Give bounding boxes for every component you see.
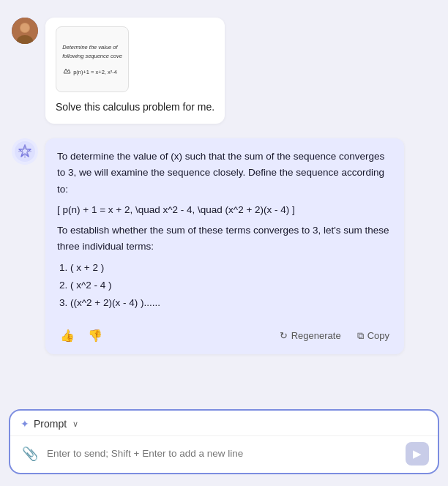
send-button[interactable]: ▶ bbox=[406, 442, 429, 466]
ai-avatar bbox=[12, 138, 38, 165]
regenerate-button[interactable]: ↻ Regenerate bbox=[277, 329, 344, 343]
prompt-input-row: 📎 ▶ bbox=[10, 436, 438, 473]
ai-bubble: To determine the value of (x) such that … bbox=[45, 138, 404, 354]
thumbup-icon: 👍 bbox=[60, 329, 75, 343]
image-math: p(n)+1 = x+2, x²-4 bbox=[73, 69, 117, 75]
ai-text: To determine the value of (x) such that … bbox=[57, 149, 392, 311]
copy-button[interactable]: ⧉ Copy bbox=[354, 329, 392, 343]
ai-paragraph2: To establish whether the sum of these te… bbox=[57, 223, 392, 255]
user-bubble: Determine the value of following sequenc… bbox=[45, 18, 225, 124]
svg-point-3 bbox=[20, 23, 29, 32]
attach-button[interactable]: 📎 bbox=[19, 443, 41, 465]
prompt-label: Prompt bbox=[34, 418, 67, 430]
user-avatar-img bbox=[12, 18, 38, 44]
ai-list-item-1: ( x + 2 ) bbox=[70, 260, 392, 276]
thumbdown-icon: 👎 bbox=[88, 329, 102, 343]
ai-action-buttons: ↻ Regenerate ⧉ Copy bbox=[277, 329, 392, 343]
ai-list-item-2: ( x^2 - 4 ) bbox=[70, 277, 392, 294]
copy-icon: ⧉ bbox=[357, 330, 364, 342]
svg-point-4 bbox=[15, 141, 35, 162]
avatar bbox=[12, 18, 38, 44]
thumbdown-button[interactable]: 👎 bbox=[85, 327, 105, 344]
user-message-row: Determine the value of following sequenc… bbox=[12, 18, 436, 124]
copy-label: Copy bbox=[367, 330, 389, 341]
chat-container: Determine the value of following sequenc… bbox=[0, 0, 448, 403]
regenerate-label: Regenerate bbox=[291, 330, 341, 341]
sparkle-icon: ✦ bbox=[20, 418, 29, 430]
ai-list-item-3: ((x^2 + 2)(x - 4) )...... bbox=[70, 295, 392, 311]
ai-formula: [ p(n) + 1 = x + 2, \quad x^2 - 4, \quad… bbox=[57, 202, 392, 218]
user-text: Solve this calculus problem for me. bbox=[56, 100, 214, 115]
image-preview: Determine the value of following sequenc… bbox=[56, 26, 129, 92]
prompt-input[interactable] bbox=[47, 447, 400, 461]
prompt-area: ✦ Prompt ∨ 📎 ▶ bbox=[9, 409, 439, 474]
ai-message-row: To determine the value of (x) such that … bbox=[12, 138, 436, 354]
ai-feedback: 👍 👎 bbox=[57, 327, 105, 344]
ai-paragraph1: To determine the value of (x) such that … bbox=[57, 149, 392, 198]
prompt-header: ✦ Prompt ∨ bbox=[10, 411, 438, 436]
image-preview-text-line2: following sequence cove bbox=[62, 52, 122, 60]
image-preview-text-line1: Determine the value of bbox=[62, 43, 122, 51]
paperclip-icon: 📎 bbox=[22, 446, 38, 462]
send-icon: ▶ bbox=[413, 447, 422, 460]
ai-list: ( x + 2 ) ( x^2 - 4 ) ((x^2 + 2)(x - 4) … bbox=[70, 260, 392, 312]
ai-actions: 👍 👎 ↻ Regenerate ⧉ Copy bbox=[57, 321, 392, 344]
chevron-down-icon[interactable]: ∨ bbox=[72, 419, 78, 429]
thumbup-button[interactable]: 👍 bbox=[57, 327, 78, 344]
regenerate-icon: ↻ bbox=[280, 330, 288, 341]
